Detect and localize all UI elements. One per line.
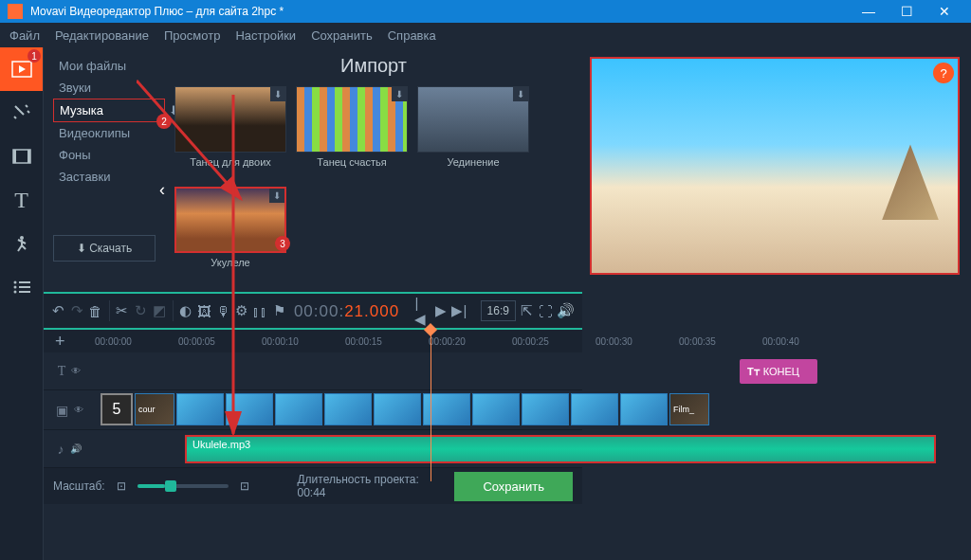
media-thumb[interactable]: ⬇Уединение [417, 86, 529, 168]
titlebar: Movavi Видеоредактор Плюс – для сайта 2h… [0, 0, 971, 23]
scale-label: Масштаб: [53, 479, 105, 493]
annotation-badge-1: 1 [27, 49, 41, 63]
ruler-tick: 00:00:20 [429, 336, 466, 347]
track-visibility-icon[interactable]: 👁 [71, 366, 81, 376]
cut-button[interactable]: ✂ [115, 297, 130, 325]
audio-track-icon: ♪ [58, 442, 64, 457]
equalizer-button[interactable]: ⫿⫿ [252, 297, 267, 325]
minimize-button[interactable]: — [850, 4, 888, 19]
ruler-tick: 00:00:15 [345, 336, 382, 347]
track-visibility-icon[interactable]: 👁 [74, 405, 83, 415]
video-clip[interactable] [275, 393, 322, 425]
crop-button[interactable]: ◩ [152, 297, 167, 325]
tool-transitions[interactable] [0, 135, 43, 178]
fit-button[interactable]: ⊡ [117, 479, 126, 493]
undo-button[interactable]: ↶ [51, 297, 66, 325]
gallery-prev-icon[interactable]: ‹ [159, 180, 165, 200]
ruler-tick: 00:00:05 [178, 336, 215, 347]
clip-settings-button[interactable]: ⚙ [234, 297, 249, 325]
tool-titles[interactable]: T [0, 178, 43, 222]
import-title: Импорт [174, 55, 573, 77]
tool-import[interactable]: 1 [0, 47, 43, 91]
text-track: T 👁 TᴛКОНЕЦ [44, 352, 582, 390]
window-title: Movavi Видеоредактор Плюс – для сайта 2h… [30, 5, 850, 18]
video-clip[interactable] [472, 393, 520, 425]
rotate-button[interactable]: ↻ [134, 297, 149, 325]
sidebar-item-intros[interactable]: Заставки [53, 166, 165, 188]
video-clip[interactable] [522, 393, 569, 425]
save-button[interactable]: Сохранить [454, 472, 573, 501]
media-thumb[interactable]: ⬇Укулеле3 [174, 187, 286, 268]
video-clip[interactable] [176, 393, 224, 425]
video-clip-countdown[interactable]: 5 [101, 393, 133, 425]
sidebar-item-music-label: Музыка [60, 103, 103, 117]
duration-label: Длительность проекта: 00:44 [297, 473, 431, 499]
sidebar-item-sounds[interactable]: Звуки [53, 77, 165, 99]
video-clip[interactable] [226, 393, 273, 425]
menu-settings[interactable]: Настройки [235, 28, 296, 43]
media-thumb[interactable]: ⬇Танец счастья [296, 86, 408, 168]
tool-rail: 1 T [0, 47, 44, 560]
status-bar: Масштаб: ⊡ ⊡ Длительность проекта: 00:44… [44, 468, 582, 504]
svg-rect-8 [19, 281, 30, 283]
ruler-tick: 00:00:00 [95, 336, 132, 347]
preview-display [590, 57, 960, 275]
svg-point-11 [13, 291, 16, 294]
add-track-button[interactable]: + [55, 332, 65, 352]
fit-button-2[interactable]: ⊡ [240, 479, 249, 493]
video-clip[interactable] [324, 393, 372, 425]
media-thumb[interactable]: ⬇Танец для двоих [174, 86, 286, 168]
mic-button[interactable]: 🎙 [215, 297, 230, 325]
tool-more[interactable] [0, 265, 43, 309]
marker-button[interactable]: ⚑ [271, 297, 286, 325]
picture-button[interactable]: 🖼 [197, 297, 212, 325]
svg-point-9 [13, 286, 16, 289]
help-button[interactable]: ? [933, 63, 954, 83]
sidebar-item-myfiles[interactable]: Мои файлы [53, 55, 165, 77]
playekbar[interactable] [590, 275, 960, 279]
menu-save[interactable]: Сохранить [311, 28, 373, 43]
svg-rect-12 [19, 291, 30, 293]
zoom-slider[interactable] [137, 484, 229, 488]
audio-track: ♪ 🔊 4 Ukulele.mp3 [44, 430, 582, 468]
maximize-button[interactable]: ☐ [888, 4, 925, 19]
svg-rect-4 [13, 150, 16, 163]
menu-help[interactable]: Справка [388, 28, 436, 43]
volume-button[interactable]: 🔊 [557, 297, 575, 325]
ruler-tick: 00:00:10 [262, 336, 299, 347]
close-button[interactable]: ✕ [925, 4, 963, 19]
timeline: + 00:00:0000:00:0500:00:1000:00:1500:00:… [44, 330, 582, 468]
aspect-ratio-selector[interactable]: 16:9 [481, 300, 516, 321]
menu-view[interactable]: Просмотр [164, 28, 220, 43]
playhead[interactable] [431, 330, 431, 481]
svg-point-6 [20, 236, 24, 240]
edit-toolbar: ↶ ↷ 🗑 ✂ ↻ ◩ ◐ 🖼 🎙 ⚙ ⫿⫿ ⚑ 00:00:21.000 [44, 292, 582, 330]
video-clip[interactable] [374, 393, 421, 425]
svg-marker-1 [19, 65, 26, 73]
tool-filters[interactable] [0, 91, 43, 135]
export-frame-button[interactable]: ⇱ [520, 297, 535, 325]
time-ruler[interactable]: + 00:00:0000:00:0500:00:1000:00:1500:00:… [44, 330, 582, 352]
menubar: Файл Редактирование Просмотр Настройки С… [0, 23, 971, 47]
menu-file[interactable]: Файл [9, 28, 40, 43]
audio-clip-label: Ukulele.mp3 [192, 439, 250, 450]
download-button[interactable]: ⬇ Скачать [53, 235, 156, 262]
app-logo [8, 4, 23, 19]
video-clip-intro[interactable]: cour [135, 393, 174, 425]
track-mute-icon[interactable]: 🔊 [70, 443, 82, 454]
tool-stickers[interactable] [0, 222, 43, 265]
color-button[interactable]: ◐ [178, 297, 193, 325]
play-button[interactable]: ▶ [433, 297, 449, 325]
next-frame-button[interactable]: ▶| [451, 297, 467, 325]
prev-frame-button[interactable]: |◀ [414, 297, 430, 325]
video-track: ▣ 👁 5 cour [44, 390, 582, 430]
menu-edit[interactable]: Редактирование [55, 28, 149, 43]
sidebar-item-videos[interactable]: Видеоклипы [53, 122, 165, 144]
fullscreen-button[interactable]: ⛶ [539, 297, 554, 325]
redo-button[interactable]: ↷ [70, 297, 85, 325]
preview-panel: ? [582, 47, 971, 560]
sidebar-item-music[interactable]: Музыка ⬇ 2 [53, 99, 165, 122]
text-track-icon: T [58, 364, 66, 379]
sidebar-item-backgrounds[interactable]: Фоны [53, 144, 165, 166]
delete-button[interactable]: 🗑 [88, 297, 103, 325]
